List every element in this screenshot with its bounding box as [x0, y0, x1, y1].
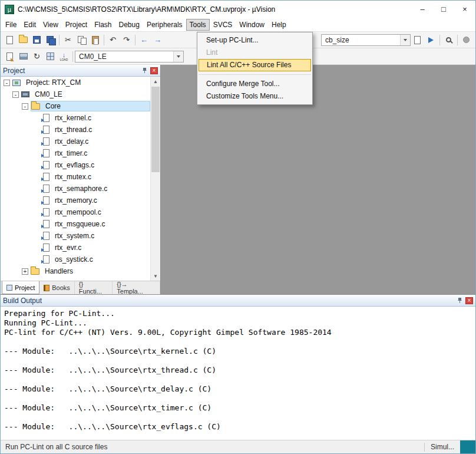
menu-window[interactable]: Window: [236, 19, 268, 31]
menu-item-configure-merge-tool[interactable]: Configure Merge Tool...: [197, 78, 312, 90]
tab-functions[interactable]: {} Functi...: [75, 281, 113, 294]
build-output-log[interactable]: Preparing for PC-Lint... Running PC-Lint…: [1, 307, 475, 440]
tab-label: {}→ Templa...: [117, 281, 156, 295]
pin-icon[interactable]: [141, 67, 148, 74]
pin-icon[interactable]: [457, 297, 463, 304]
navigate-back-icon[interactable]: ←: [137, 34, 151, 47]
panel-close-icon[interactable]: [465, 297, 473, 304]
menu-separator: [199, 74, 311, 75]
tab-books[interactable]: Books: [39, 281, 75, 294]
close-button[interactable]: ×: [454, 1, 475, 18]
target-icon: [21, 91, 29, 97]
menu-svcs[interactable]: SVCS: [210, 19, 236, 31]
tree-item-label: Core: [43, 101, 63, 111]
tree-item-target[interactable]: CM0_LE: [1, 88, 150, 100]
save-all-icon[interactable]: [44, 34, 57, 47]
new-file-icon[interactable]: [3, 34, 16, 47]
find-in-files-icon[interactable]: [411, 34, 424, 47]
target-select-combobox[interactable]: CM0_LE: [75, 51, 184, 62]
undo-icon[interactable]: ↶: [106, 34, 120, 47]
menu-project[interactable]: Project: [62, 19, 91, 31]
folder-icon: [31, 268, 39, 275]
tree-item-label: rtx_semaphore.c: [52, 184, 110, 193]
log-line: [4, 356, 472, 366]
magnifier-icon[interactable]: [442, 34, 455, 47]
tree-item-file[interactable]: rtx_mutex.c: [1, 171, 150, 183]
file-icon: [43, 185, 49, 193]
tree-item-file[interactable]: rtx_memory.c: [1, 195, 150, 206]
scroll-down-icon[interactable]: ▼: [151, 271, 160, 281]
file-icon: [43, 173, 49, 181]
open-file-icon[interactable]: [16, 34, 30, 47]
menu-help[interactable]: Help: [268, 19, 290, 31]
tree-item-label: rtx_thread.c: [52, 125, 94, 134]
log-line: [4, 337, 472, 347]
rebuild-icon[interactable]: ↻: [30, 50, 44, 63]
tree-item-label: rtx_mutex.c: [52, 172, 94, 182]
scroll-up-icon[interactable]: ▲: [151, 77, 160, 86]
tree-scrollbar[interactable]: ▲ ▼: [150, 77, 160, 281]
toolbar-separator: [135, 35, 135, 45]
bookmark-icon[interactable]: [424, 34, 438, 47]
translate-icon[interactable]: [3, 50, 16, 63]
menu-tools[interactable]: Tools: [186, 19, 210, 31]
tree-item-file[interactable]: rtx_msgqueue.c: [1, 218, 150, 230]
combo-dropdown-arrow-icon[interactable]: [400, 35, 410, 45]
menu-flash[interactable]: Flash: [91, 19, 115, 31]
menu-item-setup-pclint[interactable]: Set-up PC-Lint...: [197, 34, 312, 47]
status-mode: Simul...: [425, 443, 460, 451]
build-icon[interactable]: [16, 50, 30, 63]
tree-item-file[interactable]: rtx_mempool.c: [1, 206, 150, 218]
combo-dropdown-arrow-icon[interactable]: [173, 51, 183, 62]
download-load-icon[interactable]: ↓LOAD: [57, 50, 71, 63]
tree-item-file[interactable]: rtx_kernel.c: [1, 112, 150, 124]
menu-item-customize-tools-menu[interactable]: Customize Tools Menu...: [197, 90, 312, 103]
books-tab-icon: [44, 285, 49, 291]
menu-item-lint-all[interactable]: Lint All C/C++ Source Files: [199, 59, 311, 71]
paste-icon[interactable]: [88, 34, 102, 47]
tree-item-core-group[interactable]: Core: [1, 100, 150, 112]
tree-item-file[interactable]: rtx_evflags.c: [1, 159, 150, 171]
log-line: Preparing for PC-Lint...: [4, 309, 472, 318]
maximize-button[interactable]: □: [433, 1, 454, 18]
copy-icon[interactable]: [75, 34, 88, 47]
tree-item-file[interactable]: rtx_semaphore.c: [1, 183, 150, 195]
redo-icon[interactable]: ↷: [120, 34, 133, 47]
collapse-icon[interactable]: [4, 80, 10, 86]
tree-item-file[interactable]: rtx_thread.c: [1, 124, 150, 136]
target-select-value: CM0_LE: [75, 52, 173, 61]
batch-build-icon[interactable]: [44, 50, 57, 63]
tree-item-file[interactable]: os_systick.c: [1, 254, 150, 265]
navigate-forward-icon[interactable]: →: [151, 34, 164, 47]
tree-item-file[interactable]: rtx_evr.c: [1, 242, 150, 254]
uvision-window: C:\W\CMSIS_5\CMSIS\RTOS2\RTX\Library\ARM…: [0, 0, 476, 454]
file-icon: [43, 232, 49, 240]
load-icon-label: LOAD: [60, 58, 68, 61]
menu-debug[interactable]: Debug: [115, 19, 143, 31]
scrollbar-thumb[interactable]: [151, 87, 160, 172]
menu-view[interactable]: View: [39, 19, 62, 31]
menu-peripherals[interactable]: Peripherals: [143, 19, 186, 31]
tree-item-label: rtx_timer.c: [52, 149, 90, 158]
menu-file[interactable]: File: [2, 19, 20, 31]
minimize-button[interactable]: –: [412, 1, 433, 18]
menu-edit[interactable]: Edit: [20, 19, 39, 31]
search-size-combobox[interactable]: cb_size: [321, 34, 411, 46]
project-panel: Project Project: RTX_CM CM0_LE: [1, 65, 161, 294]
collapse-icon[interactable]: [12, 91, 19, 98]
tree-item-file[interactable]: rtx_timer.c: [1, 147, 150, 159]
tab-project[interactable]: Project: [2, 281, 39, 294]
tree-item-file[interactable]: rtx_system.c: [1, 230, 150, 242]
tree-item-file[interactable]: rtx_delay.c: [1, 136, 150, 147]
save-icon[interactable]: [30, 34, 44, 47]
record-icon[interactable]: [460, 34, 473, 47]
tree-item-handlers-group[interactable]: Handlers: [1, 265, 150, 277]
tree-item-project-root[interactable]: Project: RTX_CM: [1, 77, 150, 88]
tree-item-label: rtx_mempool.c: [52, 208, 104, 217]
collapse-icon[interactable]: [22, 103, 28, 110]
expand-icon[interactable]: [22, 268, 28, 275]
menu-bar: File Edit View Project Flash Debug Perip…: [1, 18, 475, 32]
tab-templates[interactable]: {}→ Templa...: [113, 281, 160, 294]
panel-close-icon[interactable]: [150, 67, 158, 74]
cut-icon[interactable]: ✂: [61, 34, 75, 47]
